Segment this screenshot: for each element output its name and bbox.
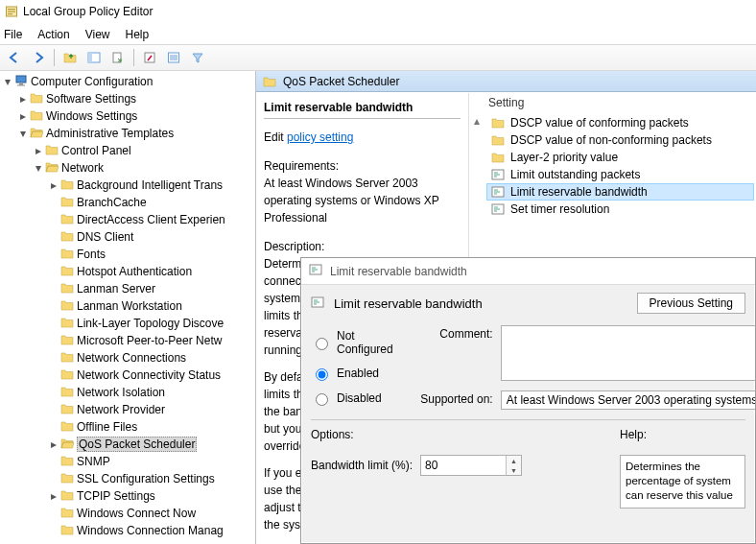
- tree-item[interactable]: SSL Configuration Settings: [48, 470, 255, 487]
- chevron-right-icon[interactable]: ▸: [48, 438, 59, 450]
- edit-policy-link[interactable]: policy setting: [287, 130, 353, 144]
- radio-not-configured[interactable]: Not Configured: [311, 329, 393, 356]
- bandwidth-input[interactable]: [421, 456, 506, 475]
- tree-item[interactable]: Network Connectivity Status: [48, 367, 255, 384]
- tree-windows-settings[interactable]: ▸Windows Settings: [17, 107, 255, 125]
- list-item[interactable]: Layer-2 priority value: [486, 149, 754, 166]
- svg-rect-12: [88, 53, 92, 62]
- folder-icon: [60, 402, 74, 418]
- tree-item[interactable]: Hotspot Authentication: [48, 263, 255, 280]
- tree-item[interactable]: Lanman Workstation: [48, 297, 255, 315]
- tree-item[interactable]: ▸ QoS Packet Scheduler: [48, 436, 255, 453]
- folder-icon: [60, 488, 74, 505]
- tree-control-panel[interactable]: ▸Control Panel: [33, 142, 255, 159]
- tree-item-label: Network Connections: [77, 351, 186, 365]
- spacer: [48, 369, 59, 381]
- spacer: [48, 508, 59, 519]
- menu-file[interactable]: File: [4, 28, 22, 41]
- folder-icon: [60, 419, 74, 436]
- tree-item[interactable]: Network Connections: [48, 349, 255, 367]
- previous-setting-button[interactable]: Previous Setting: [637, 293, 745, 314]
- bandwidth-label: Bandwidth limit (%):: [311, 459, 413, 472]
- spacer: [48, 197, 59, 208]
- chevron-down-icon[interactable]: ▾: [2, 76, 13, 87]
- folder-open-icon: [60, 437, 74, 453]
- chevron-down-icon[interactable]: ▾: [33, 162, 44, 174]
- dialog-titlebar[interactable]: Limit reservable bandwidth: [301, 258, 755, 285]
- tree-item[interactable]: ▸ Background Intelligent Trans: [48, 177, 255, 194]
- tree-item[interactable]: Offline Files: [48, 418, 255, 436]
- forward-button[interactable]: [28, 47, 49, 68]
- chevron-right-icon[interactable]: ▸: [17, 93, 29, 105]
- folder-icon: [60, 471, 74, 487]
- tree-item[interactable]: ▸ TCPIP Settings: [48, 487, 255, 505]
- list-item[interactable]: DSCP value of non-conforming packets: [486, 131, 754, 149]
- tree-network[interactable]: ▾Network: [33, 159, 255, 177]
- menu-view[interactable]: View: [85, 28, 110, 41]
- tree-item[interactable]: Windows Connection Manag: [48, 522, 255, 539]
- window-title: Local Group Policy Editor: [23, 5, 153, 18]
- radio-disabled[interactable]: Disabled: [311, 390, 393, 406]
- filter-button[interactable]: [187, 47, 208, 68]
- tree-item-label: Network Connectivity Status: [77, 368, 221, 382]
- tree-item[interactable]: Lanman Server: [48, 280, 255, 297]
- chevron-right-icon[interactable]: ▸: [33, 145, 44, 156]
- tree-item-label: DNS Client: [77, 230, 133, 244]
- radio-enabled[interactable]: Enabled: [311, 366, 393, 381]
- tree-item[interactable]: Fonts: [48, 246, 255, 263]
- menu-action[interactable]: Action: [37, 28, 69, 41]
- tree-admin-templates[interactable]: ▾Administrative Templates: [17, 125, 255, 142]
- setting-icon: [490, 184, 506, 200]
- folder-icon: [60, 298, 74, 315]
- spacer: [48, 421, 59, 433]
- menu-help[interactable]: Help: [126, 28, 150, 41]
- tree-root[interactable]: ▾ Computer Configuration: [2, 73, 255, 90]
- tree-item[interactable]: DNS Client: [48, 228, 255, 246]
- tree-item[interactable]: SNMP: [48, 453, 255, 470]
- folder-icon: [30, 108, 43, 125]
- folder-icon: [45, 143, 59, 159]
- content-header: QoS Packet Scheduler: [256, 71, 756, 92]
- chevron-down-icon[interactable]: ▾: [17, 128, 29, 139]
- details-button[interactable]: [163, 47, 184, 68]
- tree-item-label: Offline Files: [77, 420, 137, 434]
- tree-item-label: BranchCache: [77, 196, 147, 209]
- chevron-right-icon[interactable]: ▸: [17, 110, 29, 122]
- tree-item[interactable]: Microsoft Peer-to-Peer Netw: [48, 332, 255, 349]
- tree-item-label: TCPIP Settings: [77, 489, 155, 503]
- comment-label: Comment:: [407, 325, 493, 341]
- tree-software-settings[interactable]: ▸Software Settings: [17, 90, 255, 107]
- spin-down-icon[interactable]: ▼: [507, 465, 521, 475]
- folder-icon: [490, 150, 506, 165]
- show-hide-tree-button[interactable]: [83, 47, 105, 68]
- tree-item[interactable]: Windows Connect Now: [48, 505, 255, 522]
- back-button[interactable]: [4, 47, 25, 68]
- tree-item[interactable]: BranchCache: [48, 194, 255, 211]
- properties-button[interactable]: [139, 47, 160, 68]
- list-item[interactable]: Limit reservable bandwidth: [486, 183, 754, 201]
- bandwidth-stepper[interactable]: ▲▼: [420, 455, 522, 476]
- spacer: [48, 231, 59, 243]
- tree-item[interactable]: Network Provider: [48, 401, 255, 418]
- tree-item-label: QoS Packet Scheduler: [77, 437, 197, 452]
- navigation-tree[interactable]: ▾ Computer Configuration ▸Software Setti…: [0, 71, 256, 544]
- list-item[interactable]: Set timer resolution: [486, 201, 754, 218]
- scroll-up-icon[interactable]: ▴: [469, 114, 484, 143]
- column-header-setting[interactable]: Setting: [469, 93, 756, 112]
- tree-item-label: Background Intelligent Trans: [77, 178, 223, 192]
- spin-up-icon[interactable]: ▲: [507, 456, 521, 465]
- spacer: [48, 404, 59, 415]
- comment-field[interactable]: [501, 325, 756, 381]
- up-button[interactable]: [59, 47, 81, 68]
- tree-item[interactable]: DirectAccess Client Experien: [48, 211, 255, 228]
- list-item[interactable]: DSCP value of conforming packets: [486, 114, 754, 131]
- spacer: [48, 525, 59, 536]
- list-item[interactable]: Limit outstanding packets: [486, 166, 754, 183]
- tree-item[interactable]: Link-Layer Topology Discove: [48, 315, 255, 332]
- chevron-right-icon[interactable]: ▸: [48, 179, 59, 191]
- export-list-button[interactable]: [107, 47, 129, 68]
- dialog-title: Limit reservable bandwidth: [330, 265, 467, 278]
- tree-item[interactable]: Network Isolation: [48, 384, 255, 401]
- tree-item-label: Network Isolation: [77, 386, 165, 399]
- chevron-right-icon[interactable]: ▸: [48, 490, 59, 502]
